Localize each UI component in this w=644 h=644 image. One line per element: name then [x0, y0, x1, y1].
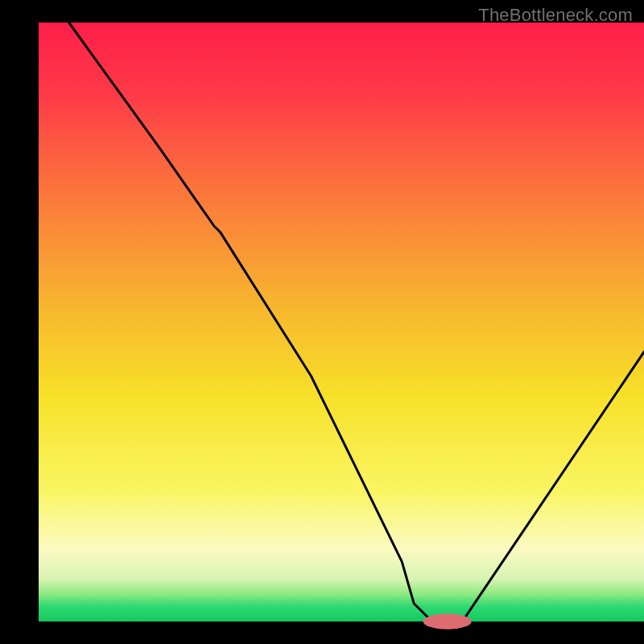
plot-background: [39, 23, 644, 621]
bottleneck-chart: [0, 0, 644, 644]
optimal-marker: [423, 613, 472, 629]
watermark-text: TheBottleneck.com: [478, 5, 633, 26]
chart-frame: TheBottleneck.com: [0, 0, 644, 644]
